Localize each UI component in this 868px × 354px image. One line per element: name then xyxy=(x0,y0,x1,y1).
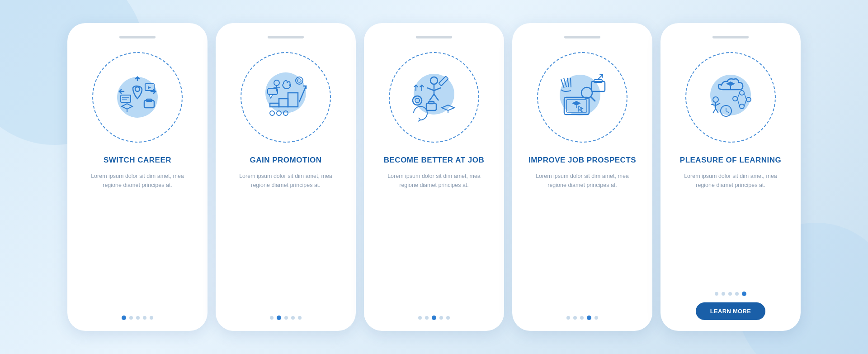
illustration-improve-prospects xyxy=(533,48,632,147)
dot xyxy=(594,316,598,320)
illustration-switch-career xyxy=(88,48,187,147)
dot xyxy=(722,292,725,296)
card-1-dots xyxy=(122,307,153,320)
svg-line-58 xyxy=(571,78,571,87)
dot xyxy=(432,316,436,320)
illustration-become-better xyxy=(384,48,484,147)
dot xyxy=(143,316,146,320)
cards-container: SWITCH CAREER Lorem ipsum dolor sit dim … xyxy=(58,14,810,340)
card-5-desc: Lorem ipsum dolor sit dim amet, mea regi… xyxy=(670,172,791,190)
learn-more-button[interactable]: LEARN MORE xyxy=(696,302,765,320)
card-3-title: BECOME BETTER AT JOB xyxy=(384,155,485,165)
phone-notch xyxy=(119,36,156,38)
illustration-pleasure-learning xyxy=(681,48,780,147)
svg-point-26 xyxy=(270,111,274,115)
dot xyxy=(129,316,133,320)
dot xyxy=(136,316,140,320)
card-5-title: PLEASURE OF LEARNING xyxy=(680,155,781,165)
card-4-title: IMPROVE JOB PROSPECTS xyxy=(528,155,636,165)
dot xyxy=(580,316,584,320)
card-2-dots xyxy=(270,307,302,320)
phone-notch xyxy=(712,36,749,38)
become-better-icon xyxy=(405,68,463,127)
card-switch-career: SWITCH CAREER Lorem ipsum dolor sit dim … xyxy=(67,23,208,331)
dot xyxy=(742,292,746,296)
dot xyxy=(418,316,422,320)
illustration-gain-promotion xyxy=(236,48,335,147)
card-2-desc: Lorem ipsum dolor sit dim amet, mea regi… xyxy=(226,172,346,190)
switch-career-icon xyxy=(108,68,167,127)
dot xyxy=(566,316,570,320)
dot xyxy=(587,316,591,320)
phone-notch xyxy=(564,36,600,38)
dot xyxy=(150,316,153,320)
svg-line-67 xyxy=(713,109,716,113)
card-3-desc: Lorem ipsum dolor sit dim amet, mea regi… xyxy=(374,172,494,190)
dot xyxy=(284,316,288,320)
card-gain-promotion: GAIN PROMOTION Lorem ipsum dolor sit dim… xyxy=(216,23,356,331)
dot xyxy=(439,316,443,320)
improve-prospects-icon xyxy=(553,68,612,127)
dot xyxy=(446,316,450,320)
card-5-dots xyxy=(715,283,746,296)
card-2-title: GAIN PROMOTION xyxy=(250,155,321,165)
card-1-title: SWITCH CAREER xyxy=(104,155,171,165)
card-pleasure-learning: PLEASURE OF LEARNING Lorem ipsum dolor s… xyxy=(660,23,801,331)
dot xyxy=(122,316,126,320)
dot xyxy=(270,316,274,320)
dot xyxy=(573,316,577,320)
dot xyxy=(277,316,281,320)
dot xyxy=(715,292,718,296)
card-4-desc: Lorem ipsum dolor sit dim amet, mea regi… xyxy=(522,172,642,190)
card-improve-prospects: IMPROVE JOB PROSPECTS Lorem ipsum dolor … xyxy=(512,23,652,331)
phone-notch xyxy=(416,36,452,38)
dot xyxy=(735,292,739,296)
card-4-dots xyxy=(566,307,598,320)
dot xyxy=(291,316,295,320)
card-become-better: BECOME BETTER AT JOB Lorem ipsum dolor s… xyxy=(364,23,504,331)
card-1-desc: Lorem ipsum dolor sit dim amet, mea regi… xyxy=(77,172,198,190)
gain-promotion-icon xyxy=(256,68,315,127)
dot xyxy=(728,292,732,296)
phone-notch xyxy=(268,36,304,38)
dot xyxy=(298,316,302,320)
dot xyxy=(425,316,429,320)
card-3-dots xyxy=(418,307,450,320)
pleasure-learning-icon xyxy=(701,68,760,127)
